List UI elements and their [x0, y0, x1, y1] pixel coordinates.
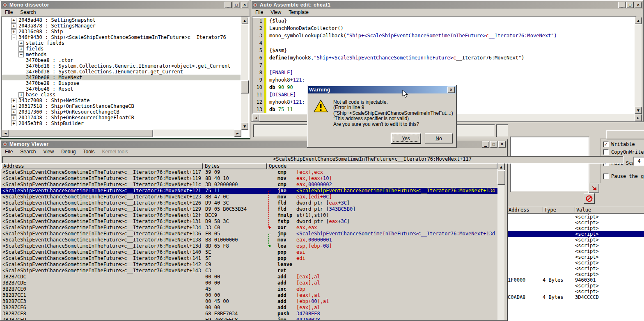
- address-list-row[interactable]: <script>: [508, 231, 644, 237]
- hscroll-thumb[interactable]: [9, 130, 153, 137]
- script-line[interactable]: 8[ENABLE]: [252, 70, 635, 77]
- expand-toggle-icon[interactable]: +: [18, 92, 24, 98]
- tree-item[interactable]: +2045e3f8 : ShipBuilder: [2, 121, 241, 126]
- auto-assemble-titlebar[interactable]: Auto Assemble edit: cheat1 _ □ ×: [252, 1, 643, 9]
- expand-toggle-icon[interactable]: +: [11, 98, 16, 103]
- scroll-down-icon[interactable]: ▼: [241, 123, 248, 130]
- scroll-right-icon[interactable]: ►: [234, 130, 241, 137]
- address-list-row[interactable]: <script>: [508, 271, 644, 277]
- script-line[interactable]: 6define(myhook8,"Ship+<ScaleShipEventCha…: [252, 55, 635, 62]
- mono-class-tree[interactable]: +2043ad48 : SettingSnapshot+2043a878 : S…: [2, 17, 241, 130]
- disassembly-row[interactable]: <ScaleShipEventChanceSometimeInTheFuture…: [1, 219, 498, 225]
- disassembly-row[interactable]: 3B2B7CEDE9 3683FEC8jmp042A0028: [1, 317, 498, 320]
- tree-item[interactable]: +fields: [2, 46, 241, 52]
- tree-item[interactable]: +base class: [2, 92, 241, 98]
- disassembly-row[interactable]: <ScaleShipEventChanceSometimeInTheFuture…: [1, 262, 498, 268]
- collapse-toggle-icon[interactable]: −: [11, 35, 16, 40]
- script-line[interactable]: 3mono_symbolLookupCallback("Ship+<ScaleS…: [252, 33, 635, 40]
- expand-toggle-icon[interactable]: +: [11, 104, 16, 109]
- tree-item[interactable]: 3470be48 : Reset: [2, 86, 241, 92]
- address-list-row[interactable]: <script>: [508, 248, 644, 254]
- scan-option-copyonwrite[interactable]: CopyOnWrite: [603, 149, 644, 155]
- tree-item[interactable]: +20316c08 : Ship: [2, 29, 241, 34]
- close-icon[interactable]: ×: [447, 87, 455, 93]
- disassembly-row[interactable]: <ScaleShipEventChanceSometimeInTheFuture…: [1, 249, 498, 255]
- disassembly-row[interactable]: 3B2B7CE045incebp: [1, 286, 498, 292]
- fast-scan-input[interactable]: 4: [633, 157, 644, 166]
- disassembly-row[interactable]: 3B2B7CE300 45 00add[ebp+00],al: [1, 298, 498, 305]
- script-line[interactable]: 1{$lua}: [252, 18, 635, 25]
- expand-toggle-icon[interactable]: +: [11, 109, 16, 115]
- disassembly-row[interactable]: <ScaleShipEventChanceSometimeInTheFuture…: [1, 182, 498, 188]
- tree-item[interactable]: +20317518 : Ship+OnFactionStanceChangeCB: [2, 103, 241, 109]
- tree-item[interactable]: +2043a878 : SettingsManager: [2, 23, 241, 29]
- address-list-row[interactable]: <script>: [508, 254, 644, 260]
- col-header-bytes[interactable]: Bytes: [203, 163, 267, 169]
- expand-toggle-icon[interactable]: +: [11, 18, 16, 23]
- disassembly-row[interactable]: <ScaleShipEventChanceSometimeInTheFuture…: [1, 231, 498, 237]
- menu-item-tools[interactable]: Tools: [80, 148, 99, 155]
- tree-item[interactable]: 3470be08 : MoveNext: [2, 75, 241, 80]
- tree-item[interactable]: +20317438 : Ship+OnResourceChangeFloatCB: [2, 115, 241, 121]
- address-list-row[interactable]: <script>: [508, 225, 644, 231]
- address-list-row[interactable]: <script>: [508, 266, 644, 271]
- collapse-toggle-icon[interactable]: −: [18, 52, 24, 57]
- disassembly-row[interactable]: <ScaleShipEventChanceSometimeInTheFuture…: [1, 255, 498, 262]
- menu-item-template[interactable]: Template: [285, 9, 312, 16]
- address-list-row[interactable]: <script>: [508, 260, 644, 266]
- tree-item[interactable]: 3470bea8 : .ctor: [2, 57, 241, 63]
- disassembly-list[interactable]: <ScaleShipEventChanceSometimeInTheFuture…: [1, 169, 498, 320]
- menu-item-debug[interactable]: Debug: [57, 148, 79, 155]
- script-line[interactable]: 7: [252, 62, 635, 70]
- address-list-row[interactable]: <script>: [508, 214, 644, 220]
- scroll-up-icon[interactable]: ▲: [241, 17, 248, 24]
- close-icon[interactable]: ×: [498, 141, 506, 148]
- expand-toggle-icon[interactable]: +: [18, 46, 24, 52]
- mono-dissector-titlebar[interactable]: Mono dissector _ □ ×: [1, 1, 249, 9]
- disassembly-row[interactable]: 3B2B7CE100 00add[eax],al: [1, 292, 498, 298]
- vscroll-thumb[interactable]: [241, 80, 249, 93]
- disassembly-row[interactable]: <ScaleShipEventChanceSometimeInTheFuture…: [1, 194, 498, 200]
- col-header-address[interactable]: Address: [509, 207, 529, 213]
- maximize-icon[interactable]: □: [233, 2, 240, 8]
- menu-item-file[interactable]: File: [1, 148, 16, 155]
- menu-item-search[interactable]: Search: [16, 148, 39, 155]
- address-list-row[interactable]: <script>: [508, 283, 644, 289]
- disassembly-row[interactable]: <ScaleShipEventChanceSometimeInTheFuture…: [1, 212, 498, 219]
- disassembly-row[interactable]: 3B2B7CDC00 00add[eax],al: [1, 274, 498, 280]
- add-address-button[interactable]: [588, 183, 599, 193]
- disassembly-row[interactable]: <ScaleShipEventChanceSometimeInTheFuture…: [1, 243, 498, 249]
- menu-item-view[interactable]: View: [267, 9, 285, 16]
- disassembly-row[interactable]: <ScaleShipEventChanceSometimeInTheFuture…: [1, 225, 498, 231]
- menu-item-view[interactable]: View: [39, 148, 57, 155]
- maximize-icon[interactable]: □: [626, 2, 634, 8]
- script-line[interactable]: 2LaunchMonoDataCollector(): [252, 25, 635, 33]
- tree-item[interactable]: 3470be28 : Dispose: [2, 80, 241, 86]
- disassembly-row[interactable]: <ScaleShipEventChanceSometimeInTheFuture…: [1, 188, 498, 194]
- tree-item[interactable]: +static fields: [2, 40, 241, 46]
- scan-option-writable[interactable]: ✓Writable: [603, 141, 644, 147]
- editor-vscrollbar[interactable]: [635, 17, 642, 114]
- address-list-row[interactable]: <script>: [508, 237, 644, 243]
- col-header-type[interactable]: Type: [544, 207, 556, 213]
- minimize-icon[interactable]: _: [482, 141, 489, 148]
- disassembly-row[interactable]: 3B2B7CE868 E8BE7034push3470BEE8: [1, 311, 498, 317]
- tree-item[interactable]: −346f9430 : Ship+<ScaleShipEventChanceSo…: [2, 34, 241, 40]
- col-header-address[interactable]: Address: [1, 163, 203, 169]
- address-list-row[interactable]: C0ADA84 Bytes3D4CCCCD: [508, 294, 644, 300]
- expand-toggle-icon[interactable]: +: [11, 121, 16, 126]
- disassembly-row[interactable]: 3B2B7CDE00 00add[eax],al: [1, 280, 498, 286]
- script-line[interactable]: 9myhook8+121:: [252, 77, 635, 84]
- warning-titlebar[interactable]: Warning ×: [308, 86, 456, 93]
- disassembly-row[interactable]: <ScaleShipEventChanceSometimeInTheFuture…: [1, 206, 498, 212]
- script-line[interactable]: 5{$asm}: [252, 48, 635, 55]
- addresslist-table[interactable]: <script><script><script><script><script>…: [508, 214, 644, 321]
- disasm-vscrollbar[interactable]: [497, 163, 504, 320]
- address-list-row[interactable]: <script>: [508, 220, 644, 225]
- address-list-row[interactable]: <script>: [508, 289, 644, 294]
- scroll-left-icon[interactable]: ◄: [252, 114, 259, 121]
- expand-toggle-icon[interactable]: +: [11, 29, 16, 34]
- col-header-value[interactable]: Value: [576, 207, 591, 213]
- scroll-down-icon[interactable]: ▼: [635, 107, 642, 114]
- expand-toggle-icon[interactable]: +: [11, 115, 16, 121]
